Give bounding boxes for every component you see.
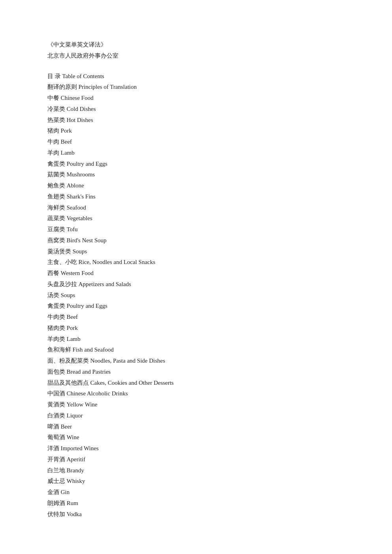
list-item: 禽蛋类 Poultry and Eggs <box>47 301 345 312</box>
toc-list: 翻译的原则 Principles of Translation中餐 Chines… <box>47 82 345 520</box>
list-item: 燕窝类 Bird's Nest Soup <box>47 235 345 246</box>
title-line1: 《中文菜单英文译法》 <box>47 39 345 51</box>
list-item: 开胃酒 Aperitif <box>47 454 345 465</box>
list-item: 鱼翅类 Shark's Fins <box>47 191 345 202</box>
list-item: 中餐 Chinese Food <box>47 93 345 104</box>
list-item: 面包类 Bread and Pastries <box>47 367 345 378</box>
list-item: 羹汤煲类 Soups <box>47 246 345 257</box>
list-item: 面、粉及配菜类 Noodles, Pasta and Side Dishes <box>47 356 345 367</box>
list-item: 翻译的原则 Principles of Translation <box>47 82 345 93</box>
toc-section: 目 录 Table of Contents 翻译的原则 Principles o… <box>47 71 345 520</box>
list-item: 甜品及其他西点 Cakes, Cookies and Other Dessert… <box>47 378 345 389</box>
list-item: 洋酒 Imported Wines <box>47 443 345 454</box>
list-item: 豆腐类 Tofu <box>47 224 345 235</box>
list-item: 牛肉 Beef <box>47 137 345 148</box>
list-item: 海鲜类 Seafood <box>47 202 345 213</box>
list-item: 葡萄酒 Wine <box>47 432 345 443</box>
list-item: 主食、小吃 Rice, Noodles and Local Snacks <box>47 257 345 268</box>
list-item: 猪肉 Pork <box>47 125 345 137</box>
list-item: 鲍鱼类 Ablone <box>47 180 345 191</box>
list-item: 朗姆酒 Rum <box>47 498 345 509</box>
list-item: 羊肉 Lamb <box>47 148 345 159</box>
list-item: 金酒 Gin <box>47 487 345 498</box>
list-item: 热菜类 Hot Dishes <box>47 115 345 126</box>
list-item: 猪肉类 Pork <box>47 323 345 334</box>
list-item: 中国酒 Chinese Alcoholic Drinks <box>47 388 345 399</box>
list-item: 伏特加 Vodka <box>47 509 345 520</box>
list-item: 威士忌 Whisky <box>47 476 345 487</box>
list-item: 白兰地 Brandy <box>47 465 345 476</box>
list-item: 鱼和海鲜 Fish and Seafood <box>47 344 345 356</box>
title-block: 《中文菜单英文译法》 北京市人民政府外事办公室 <box>47 39 345 62</box>
list-item: 羊肉类 Lamb <box>47 334 345 345</box>
list-item: 禽蛋类 Poultry and Eggs <box>47 159 345 170</box>
list-item: 啤酒 Beer <box>47 421 345 432</box>
list-item: 菇菌类 Mushrooms <box>47 169 345 180</box>
toc-header: 目 录 Table of Contents <box>47 71 345 82</box>
list-item: 黄酒类 Yellow Wine <box>47 399 345 410</box>
list-item: 蔬菜类 Vegetables <box>47 213 345 224</box>
title-line2: 北京市人民政府外事办公室 <box>47 51 345 62</box>
list-item: 牛肉类 Beef <box>47 312 345 323</box>
list-item: 白酒类 Liquor <box>47 410 345 421</box>
list-item: 汤类 Soups <box>47 290 345 301</box>
list-item: 冷菜类 Cold Dishes <box>47 104 345 115</box>
list-item: 西餐 Western Food <box>47 268 345 279</box>
list-item: 头盘及沙拉 Appetizers and Salads <box>47 279 345 290</box>
